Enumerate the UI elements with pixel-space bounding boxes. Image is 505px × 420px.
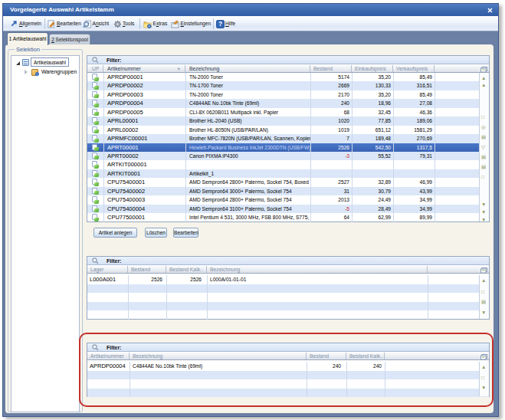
svg-text:?: ? <box>218 21 222 28</box>
